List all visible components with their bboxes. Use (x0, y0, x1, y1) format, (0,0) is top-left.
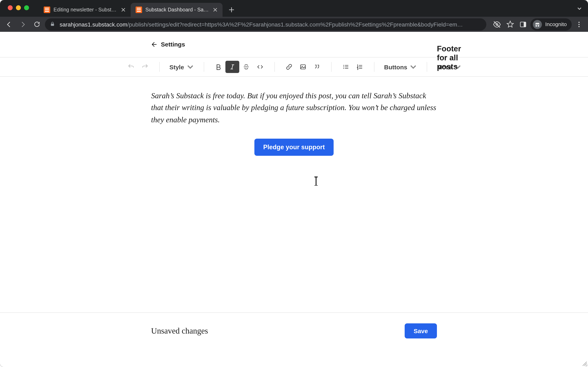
bookmark-star-icon[interactable] (504, 18, 516, 30)
save-button[interactable]: Save (405, 323, 437, 338)
address-bar[interactable]: sarahjonas1.substack.com/publish/setting… (45, 18, 486, 30)
link-button[interactable] (282, 61, 296, 73)
bullet-list-button[interactable] (339, 61, 353, 73)
back-label: Settings (161, 41, 185, 48)
tab-close-button[interactable] (120, 7, 127, 13)
svg-point-5 (538, 25, 539, 26)
window-minimize-button[interactable] (16, 5, 21, 10)
toolbar-separator (159, 62, 160, 72)
chevron-down-icon (410, 63, 417, 71)
window-close-button[interactable] (8, 5, 13, 10)
redo-button[interactable] (138, 61, 152, 73)
side-panel-icon[interactable] (517, 18, 529, 30)
italic-button[interactable] (225, 61, 239, 73)
new-tab-button[interactable] (226, 4, 237, 16)
toolbar-separator (274, 62, 275, 72)
save-bar: Unsaved changes Save (0, 312, 588, 367)
tab-close-button[interactable] (212, 7, 218, 13)
substack-favicon-icon (136, 7, 142, 13)
arrow-left-icon (151, 41, 158, 48)
toolbar-separator (427, 62, 427, 72)
editor-area[interactable]: Sarah’s Substack is free today. But if y… (0, 77, 588, 312)
text-caret-icon (316, 177, 316, 185)
toolbar-separator (331, 62, 331, 72)
browser-tab-0[interactable]: Editing newsletter - Substack (39, 3, 131, 17)
style-dropdown[interactable]: Style (167, 61, 196, 73)
eye-off-icon[interactable] (491, 18, 503, 30)
browser-window: Editing newsletter - Substack Substack D… (0, 0, 588, 367)
kebab-menu-icon[interactable] (573, 18, 585, 30)
window-maximize-button[interactable] (24, 5, 29, 10)
svg-point-12 (343, 67, 344, 67)
url-path: /publish/settings/edit?redirect=https%3A… (127, 21, 463, 27)
undo-button[interactable] (124, 61, 138, 73)
incognito-icon (533, 20, 542, 29)
url-text: sarahjonas1.substack.com/publish/setting… (60, 21, 463, 27)
bold-button[interactable] (211, 61, 225, 73)
tab-title: Substack Dashboard - Sarah's (145, 7, 209, 13)
tab-title: Editing newsletter - Substack (53, 7, 117, 13)
toolbar-separator (374, 62, 374, 72)
browser-toolbar: sarahjonas1.substack.com/publish/setting… (0, 17, 588, 32)
svg-rect-0 (51, 24, 54, 26)
browser-tab-1[interactable]: Substack Dashboard - Sarah's (131, 3, 223, 17)
unsaved-changes-label: Unsaved changes (151, 326, 208, 336)
nav-back-button[interactable] (3, 18, 15, 30)
titlebar: Editing newsletter - Substack Substack D… (0, 0, 588, 17)
pledge-support-button[interactable]: Pledge your support (254, 139, 334, 156)
tab-strip: Editing newsletter - Substack Substack D… (39, 0, 237, 17)
svg-point-11 (343, 65, 344, 66)
page-content: Settings Footer for all posts Style (0, 32, 588, 367)
incognito-chip[interactable]: Incognito (530, 18, 572, 30)
editor-toolbar: Style (0, 58, 588, 77)
substack-favicon-icon (44, 7, 50, 13)
window-controls (8, 5, 29, 10)
image-button[interactable] (296, 61, 310, 73)
toolbar-separator (204, 62, 204, 72)
strikethrough-button[interactable] (239, 61, 253, 73)
svg-point-13 (343, 68, 344, 69)
buttons-label: Buttons (384, 63, 407, 70)
footer-paragraph[interactable]: Sarah’s Substack is free today. But if y… (151, 90, 437, 126)
style-label: Style (169, 63, 184, 70)
svg-point-7 (579, 24, 579, 25)
buttons-dropdown[interactable]: Buttons (381, 61, 419, 73)
svg-rect-3 (524, 22, 526, 27)
back-to-settings-link[interactable]: Settings (151, 41, 185, 48)
lock-icon (50, 21, 56, 27)
numbered-list-button[interactable] (353, 61, 366, 73)
page-header: Settings Footer for all posts (0, 32, 588, 57)
page-title: Footer for all posts (437, 44, 461, 71)
nav-reload-button[interactable] (31, 18, 43, 30)
svg-point-4 (536, 25, 537, 26)
toolbar-right-icons: Incognito (491, 18, 585, 30)
incognito-label: Incognito (545, 21, 567, 27)
svg-point-8 (579, 26, 579, 27)
editor-content[interactable]: Sarah’s Substack is free today. But if y… (151, 77, 437, 172)
svg-point-6 (579, 22, 579, 23)
chevron-down-icon (186, 63, 194, 71)
tab-list-dropdown[interactable] (577, 6, 582, 13)
code-button[interactable] (253, 61, 267, 73)
url-host: sarahjonas1.substack.com (60, 21, 127, 27)
nav-forward-button[interactable] (17, 18, 29, 30)
resize-handle-icon[interactable] (581, 360, 587, 366)
blockquote-button[interactable] (310, 61, 324, 73)
